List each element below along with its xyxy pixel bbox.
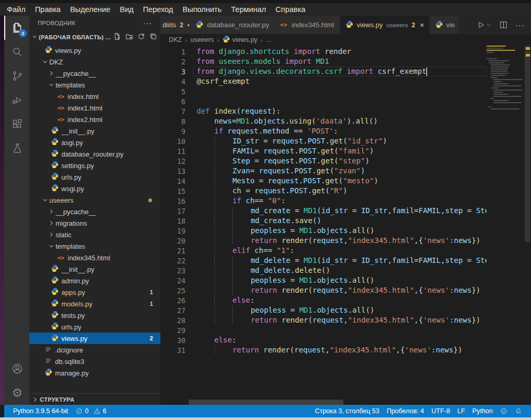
run-debug-icon[interactable] <box>4 88 29 112</box>
chevron-right-icon <box>47 219 56 227</box>
encoding[interactable]: UTF-8 <box>428 407 453 415</box>
new-file-icon[interactable] <box>113 32 121 41</box>
tab-index345.html[interactable]: <>index345.html <box>275 16 340 34</box>
tree-item-urls.py[interactable]: urls.py <box>29 321 160 333</box>
extensions-icon[interactable] <box>4 112 29 136</box>
breadcrumb-item-useeers[interactable]: useeers <box>190 36 213 43</box>
tree-item-admin.py[interactable]: admin.py <box>29 275 160 286</box>
chevron-down-icon <box>47 242 56 250</box>
breadcrumb-item-...[interactable]: ... <box>266 36 271 43</box>
tree-item-static[interactable]: static <box>29 229 160 240</box>
more-actions-button[interactable]: ··· <box>515 20 525 29</box>
tree-item-__init__.py[interactable]: __init__.py <box>29 263 160 275</box>
tree-item-views.py[interactable]: views.py2 <box>29 333 160 344</box>
menu-item-правка[interactable]: Правка <box>30 4 66 15</box>
tree-item-useeers[interactable]: useeers <box>29 194 160 206</box>
explorer-icon[interactable]: 2 <box>4 16 29 40</box>
run-python-file-button[interactable] <box>476 20 492 29</box>
tree-item-views.py[interactable]: views.py <box>29 45 160 56</box>
search-icon[interactable] <box>4 40 29 64</box>
tab-diiits[interactable]: diiits2● <box>160 16 190 34</box>
cursor-position[interactable]: Строка 3, столбец 53 <box>311 407 383 415</box>
new-folder-icon[interactable] <box>125 32 133 41</box>
python-file-icon <box>51 149 59 159</box>
tab-vie[interactable]: vie <box>430 16 458 34</box>
source-control-icon[interactable] <box>4 64 29 88</box>
tree-item-settings.py[interactable]: settings.py <box>29 160 160 171</box>
workspace-section-header[interactable]: (РАБОЧАЯ ОБЛАСТЬ) ... <box>29 30 160 43</box>
menu-item-терминал[interactable]: Терминал <box>226 4 271 15</box>
python-interpreter[interactable]: Python 3.9.5 64-bit <box>9 405 72 417</box>
split-editor-button[interactable] <box>499 20 508 29</box>
tree-item-templates[interactable]: templates <box>29 79 160 91</box>
tree-item-templates[interactable]: templates <box>29 240 160 252</box>
menu-item-выполнить[interactable]: Выполнить <box>178 4 226 15</box>
tree-item-__pycache__[interactable]: __pycache__ <box>29 68 160 79</box>
python-file-icon <box>51 138 59 147</box>
tree-item-index.html[interactable]: <>index.html <box>29 91 160 102</box>
tree-item-label: admin.py <box>61 277 89 285</box>
tree-item-__init__.py[interactable]: __init__.py <box>29 125 160 137</box>
vertical-scrollbar[interactable] <box>524 46 531 405</box>
tree-item-label: templates <box>56 242 85 250</box>
editor-area: diiits2●database_roouter.py<>index345.ht… <box>160 16 531 405</box>
outline-section-header[interactable]: СТРУКТУРА <box>29 393 160 405</box>
collapse-folders-icon[interactable] <box>149 32 157 41</box>
indentation[interactable]: Пробелов: 4 <box>383 407 428 415</box>
tree-item-.dcignore[interactable]: .dcignore <box>29 344 160 356</box>
tree-item-DKZ[interactable]: DKZ <box>29 56 160 68</box>
problems-indicator[interactable]: 06 <box>72 405 110 417</box>
tab-views.py[interactable]: views.pyuseeers2× <box>340 16 430 34</box>
breadcrumb-separator: › <box>185 36 187 44</box>
modified-count-badge: 1 <box>150 289 153 295</box>
minimap[interactable] <box>486 46 524 405</box>
menu-item-справка[interactable]: Справка <box>271 4 310 15</box>
notifications-bell-icon[interactable] <box>511 407 526 415</box>
feedback-smiley-icon[interactable] <box>496 407 511 415</box>
tree-item-apps.py[interactable]: apps.py1 <box>29 286 160 298</box>
refresh-icon[interactable] <box>137 32 145 41</box>
tree-item-label: settings.py <box>61 162 94 170</box>
tree-item-urls.py[interactable]: urls.py <box>29 171 160 183</box>
tree-item-db.sqlite3[interactable]: db.sqlite3 <box>29 356 160 367</box>
tree-item-index2.html[interactable]: <>index2.html <box>29 114 160 125</box>
status-bar: Python 3.9.5 64-bit06Строка 3, столбец 5… <box>4 405 531 417</box>
menu-item-вид[interactable]: Вид <box>115 4 138 15</box>
tree-item-manage.py[interactable]: manage.py <box>29 367 160 379</box>
line-number: 30 <box>160 336 193 345</box>
tree-item-tests.py[interactable]: tests.py <box>29 310 160 321</box>
code-line-4: 4@csrf_exempt <box>160 76 486 86</box>
account-icon[interactable] <box>4 357 29 381</box>
code-editor[interactable]: 1from django.shortcuts import render2fro… <box>160 46 531 405</box>
tree-item-asgi.py[interactable]: asgi.py <box>29 137 160 148</box>
tab-database_roouter.py[interactable]: database_roouter.py <box>190 16 275 34</box>
tab-close-icon[interactable]: × <box>420 21 424 29</box>
line-number: 21 <box>160 247 193 255</box>
horizontal-scrollbar[interactable] <box>189 400 343 405</box>
tree-item-index1.html[interactable]: <>index1.html <box>29 102 160 114</box>
settings-gear-icon[interactable]: ⚙ <box>4 381 29 405</box>
sidebar-more-actions[interactable]: ··· <box>143 19 152 27</box>
tree-item-index345.html[interactable]: <>index345.html <box>29 252 160 263</box>
tree-item-database_roouter.py[interactable]: database_roouter.py <box>29 148 160 160</box>
language-mode[interactable]: Python <box>469 407 496 415</box>
eol[interactable]: LF <box>453 407 469 415</box>
code-line-7: 7def index(request): <box>160 106 486 116</box>
menu-item-файл[interactable]: Файл <box>2 4 30 15</box>
html-file-icon: <> <box>57 255 64 261</box>
tree-item-__pycache__[interactable]: __pycache__ <box>29 206 160 217</box>
line-number: 26 <box>160 296 193 305</box>
line-number: 23 <box>160 267 193 275</box>
menu-item-выделение[interactable]: Выделение <box>66 4 115 15</box>
tree-item-wsgi.py[interactable]: wsgi.py <box>29 183 160 194</box>
code-line-18: 18 md_create.save() <box>160 216 486 226</box>
breadcrumb-item-views.py[interactable]: views.py <box>222 35 257 45</box>
tree-item-label: migrations <box>56 219 87 227</box>
file-tree: views.pyDKZ__pycache__templates<>index.h… <box>29 43 160 393</box>
tree-item-models.py[interactable]: models.py1 <box>29 298 160 310</box>
breadcrumb-item-DKZ[interactable]: DKZ <box>169 36 182 43</box>
tree-item-migrations[interactable]: migrations <box>29 217 160 229</box>
line-number: 29 <box>160 326 193 335</box>
menu-item-переход[interactable]: Переход <box>138 4 178 15</box>
testing-icon[interactable] <box>4 136 29 160</box>
